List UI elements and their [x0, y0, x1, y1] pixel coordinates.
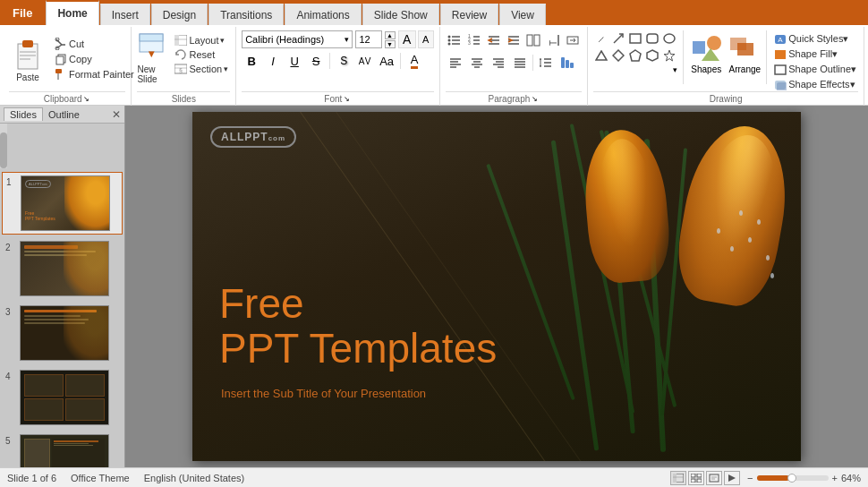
panel-close-button[interactable]: ✕: [112, 108, 121, 121]
shapes-button[interactable]: Shapes: [689, 30, 723, 74]
decrease-indent-button[interactable]: [485, 30, 503, 50]
tab-view[interactable]: View: [499, 4, 546, 25]
normal-view-button[interactable]: [670, 471, 686, 485]
panel-tab-outline[interactable]: Outline: [43, 108, 85, 121]
slideshow-view-button[interactable]: [724, 471, 740, 485]
text-direction-button[interactable]: T: [544, 30, 562, 50]
triangle-shape[interactable]: [593, 47, 609, 64]
char-spacing-button[interactable]: AV: [355, 51, 375, 71]
slide-thumbnail-2[interactable]: 2: [2, 238, 123, 299]
water-drop-3: [766, 255, 770, 261]
slide-subtitle[interactable]: Insert the Sub Title of Your Presentatio…: [221, 387, 426, 400]
panel-scrollbar[interactable]: [0, 124, 7, 168]
tab-home[interactable]: Home: [46, 0, 98, 25]
align-right-button[interactable]: [489, 53, 508, 73]
justify-button[interactable]: [510, 53, 530, 73]
water-drop-4: [739, 210, 743, 216]
italic-button[interactable]: I: [263, 51, 283, 71]
shrink-font-button[interactable]: A: [418, 30, 434, 48]
smartart-button[interactable]: [557, 53, 577, 73]
align-left-button[interactable]: [446, 53, 465, 73]
line-spacing-button[interactable]: [536, 53, 556, 73]
underline-button[interactable]: U: [285, 51, 304, 71]
font-size-input[interactable]: 12: [355, 30, 381, 48]
align-center-button[interactable]: [467, 53, 487, 73]
quick-styles-button[interactable]: A Quick Styles▾: [772, 32, 858, 46]
svg-rect-63: [561, 57, 565, 68]
tab-file[interactable]: File: [0, 0, 45, 25]
slides-group: ▾ New Slide Layout ▾ Reset § Section ▾: [132, 27, 236, 106]
shapes-dropdown[interactable]: ▾: [673, 65, 677, 74]
font-collapse[interactable]: ↘: [342, 95, 351, 104]
round-rect-shape[interactable]: [644, 30, 660, 47]
zoom-slider[interactable]: [757, 475, 829, 481]
panel-tab-slides[interactable]: Slides: [4, 107, 43, 121]
paragraph-row1: 123 T: [446, 30, 583, 50]
paragraph-collapse[interactable]: ↘: [530, 95, 539, 104]
cut-button[interactable]: Cut: [53, 37, 136, 51]
pentagon-shape[interactable]: [627, 47, 643, 64]
diamond-shape[interactable]: [610, 47, 626, 64]
convert-button[interactable]: [564, 30, 582, 50]
numbered-list-button[interactable]: 123: [465, 30, 483, 50]
bold-button[interactable]: B: [242, 51, 261, 71]
columns-button[interactable]: [524, 30, 542, 50]
strikethrough-button[interactable]: S: [306, 51, 326, 71]
font-size-up[interactable]: ▲: [385, 31, 396, 39]
text-shadow-button[interactable]: S: [334, 51, 353, 71]
arrow-shape[interactable]: [610, 30, 626, 47]
tab-insert[interactable]: Insert: [100, 4, 150, 25]
slide-num-2: 2: [5, 243, 16, 252]
clipboard-collapse[interactable]: ↘: [82, 95, 91, 104]
slide-thumbnail-3[interactable]: 3: [2, 303, 123, 363]
font-color-button[interactable]: A: [404, 51, 424, 71]
tab-slideshow[interactable]: Slide Show: [362, 4, 439, 25]
canvas-area[interactable]: ALLPPTcom Free PPT Templates Insert the …: [125, 106, 868, 467]
rect-shape[interactable]: [627, 30, 643, 47]
svg-marker-70: [596, 51, 607, 60]
font-size-down[interactable]: ▼: [385, 40, 396, 48]
oval-shape[interactable]: [661, 30, 677, 47]
layout-button[interactable]: Layout ▾: [173, 34, 230, 47]
ribbon: Paste Cut Copy Format Painter Clipboard: [0, 25, 868, 106]
tab-design[interactable]: Design: [151, 4, 208, 25]
star-shape[interactable]: [661, 47, 677, 64]
shape-fill-button[interactable]: Shape Fill▾: [772, 47, 858, 61]
slide-thumb-img-4: [20, 370, 109, 425]
main-area: Slides Outline ✕ 1 Free PPT Templates AL…: [0, 106, 868, 467]
tab-transitions[interactable]: Transitions: [208, 4, 284, 25]
font-name-input[interactable]: Calibri (Headings) ▾: [242, 30, 353, 48]
reset-button[interactable]: Reset: [173, 48, 230, 61]
change-case-button[interactable]: Aa: [377, 51, 396, 71]
svg-point-69: [664, 34, 675, 43]
zoom-level[interactable]: 64%: [841, 473, 861, 483]
new-slide-button[interactable]: ▾ New Slide: [137, 30, 169, 84]
slide-thumbnail-5[interactable]: 5: [2, 431, 123, 467]
grow-font-button[interactable]: A: [398, 30, 416, 48]
arrange-button[interactable]: Arrange: [728, 30, 761, 74]
slide-title[interactable]: Free PPT Templates: [219, 281, 497, 372]
paste-button[interactable]: Paste: [9, 35, 47, 84]
reading-view-button[interactable]: [706, 471, 722, 485]
hexagon-shape[interactable]: [644, 47, 660, 64]
water-drop-1: [757, 219, 761, 225]
zoom-plus[interactable]: +: [832, 473, 838, 483]
line-shape[interactable]: ⟋: [593, 30, 609, 47]
slide-sorter-button[interactable]: [688, 471, 704, 485]
svg-rect-91: [691, 479, 695, 483]
tab-review[interactable]: Review: [440, 4, 498, 25]
slide-thumbnail-4[interactable]: 4: [2, 367, 123, 428]
tab-animations[interactable]: Animations: [285, 4, 361, 25]
shape-effects-button[interactable]: Shape Effects▾: [772, 78, 858, 91]
slide-thumbnail-1[interactable]: 1 Free PPT Templates ALLPPTcom: [2, 172, 123, 235]
format-painter-button[interactable]: Format Painter: [53, 67, 136, 81]
increase-indent-button[interactable]: [505, 30, 523, 50]
section-button[interactable]: § Section ▾: [173, 63, 230, 75]
svg-rect-82: [775, 50, 786, 59]
zoom-minus[interactable]: −: [747, 473, 753, 483]
bullet-list-button[interactable]: [446, 30, 464, 50]
svg-marker-96: [728, 474, 736, 482]
water-drop-2: [748, 237, 752, 243]
shape-outline-button[interactable]: Shape Outline▾: [772, 63, 858, 76]
copy-button[interactable]: Copy: [53, 52, 136, 66]
